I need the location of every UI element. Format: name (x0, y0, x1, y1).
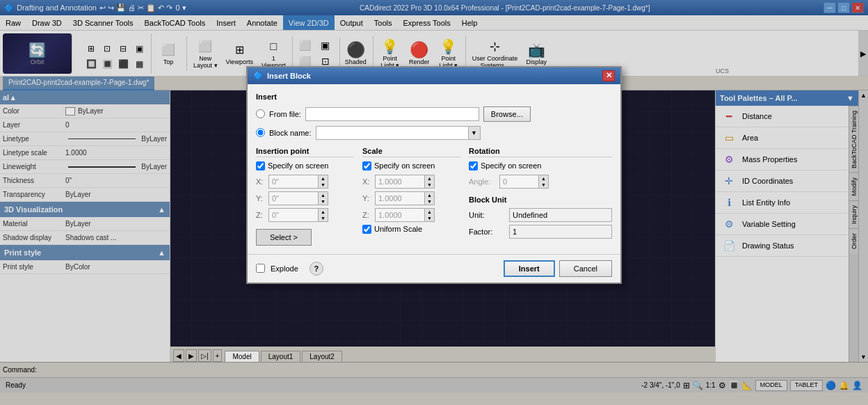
insertion-specify-label: Specify on screen (268, 161, 328, 170)
insert-section: Insert From file: Browse... Block name: … (256, 93, 612, 140)
scale-x-input[interactable] (376, 175, 424, 188)
scale-y-down[interactable]: ▼ (424, 198, 434, 205)
rotation-angle-row: Angle: ▲ ▼ (469, 175, 612, 189)
block-name-row: Block name: ▼ (256, 126, 612, 140)
rotation-angle-spinner: ▲ ▼ (538, 175, 548, 188)
scale-x-label: X: (362, 177, 372, 186)
scale-z-row: Z: ▲ ▼ (362, 208, 460, 222)
factor-value-input[interactable]: 1 (509, 225, 612, 239)
factor-row: Factor: 1 (469, 225, 612, 239)
insertion-z-input[interactable] (269, 209, 318, 221)
insertion-x-spinner: ▲ ▼ (318, 175, 328, 188)
insertion-z-down[interactable]: ▼ (318, 215, 328, 221)
block-name-input[interactable] (316, 126, 469, 140)
insertion-y-input[interactable] (269, 192, 318, 205)
insertion-z-wrap: ▲ ▼ (268, 208, 328, 222)
cancel-button[interactable]: Cancel (559, 260, 612, 277)
insertion-y-up[interactable]: ▲ (318, 192, 328, 198)
insertion-y-label: Y: (256, 194, 266, 202)
help-btn-wrap: ? (310, 262, 323, 276)
rotation-specify-row: Specify on screen (469, 161, 612, 170)
dialog-close-button[interactable]: ✕ (602, 70, 615, 81)
rotation-angle-label: Angle: (469, 177, 497, 186)
uniform-scale-checkbox[interactable] (362, 225, 371, 234)
insertion-point-section: Insertion point Specify on screen X: ▲ ▼ (256, 147, 354, 246)
rotation-angle-wrap: ▲ ▼ (499, 175, 549, 189)
block-unit-title: Block Unit (469, 196, 612, 204)
insertion-x-down[interactable]: ▼ (318, 182, 328, 188)
insert-button[interactable]: Insert (504, 260, 555, 277)
scale-specify-checkbox[interactable] (362, 161, 371, 170)
scale-y-input[interactable] (376, 192, 424, 205)
insertion-y-spinner: ▲ ▼ (318, 192, 328, 205)
uniform-scale-row: Uniform Scale (362, 225, 460, 234)
dialog-footer-right: Insert Cancel (329, 260, 612, 277)
scale-y-label: Y: (362, 194, 372, 202)
scale-z-spinner: ▲ ▼ (424, 209, 434, 221)
explode-checkbox[interactable] (256, 264, 265, 273)
unit-value-input[interactable]: Undefined (509, 208, 612, 222)
insertion-z-spinner: ▲ ▼ (318, 209, 328, 221)
dialog-footer: Explode ? Insert Cancel (248, 254, 620, 283)
insertion-y-row: Y: ▲ ▼ (256, 191, 354, 205)
block-name-dropdown-btn[interactable]: ▼ (468, 126, 481, 140)
from-file-radio[interactable] (256, 109, 265, 118)
scale-y-wrap: ▲ ▼ (375, 191, 435, 205)
scale-x-down[interactable]: ▼ (424, 182, 434, 188)
scale-z-up[interactable]: ▲ (424, 209, 434, 215)
unit-row: Unit: Undefined (469, 208, 612, 222)
insertion-point-title: Insertion point (256, 147, 354, 157)
scale-y-up[interactable]: ▲ (424, 192, 434, 198)
scale-section: Scale Specify on screen X: ▲ ▼ (362, 147, 460, 246)
from-file-row: From file: Browse... (256, 106, 612, 122)
uniform-scale-label: Uniform Scale (374, 225, 422, 233)
scale-x-spinner: ▲ ▼ (424, 175, 434, 188)
block-name-label: Block name: (269, 129, 312, 137)
scale-x-wrap: ▲ ▼ (375, 175, 435, 189)
scale-z-label: Z: (362, 211, 372, 219)
insertion-z-row: Z: ▲ ▼ (256, 208, 354, 222)
dialog-title-left: 🔷 Insert Block (253, 71, 311, 80)
modal-overlay: 🔷 Insert Block ✕ Insert From file: Brows… (0, 0, 868, 405)
insertion-specify-checkbox[interactable] (256, 161, 265, 170)
block-name-select-wrap: ▼ (316, 126, 612, 140)
insertion-z-label: Z: (256, 211, 266, 219)
scale-specify-row: Specify on screen (362, 161, 460, 170)
from-file-input[interactable] (305, 107, 479, 121)
browse-button[interactable]: Browse... (483, 106, 531, 122)
rotation-specify-checkbox[interactable] (469, 161, 478, 170)
help-button[interactable]: ? (310, 262, 323, 276)
factor-label: Factor: (469, 228, 504, 236)
block-unit-section: Block Unit Unit: Undefined Factor: 1 (469, 196, 612, 239)
rotation-title: Rotation (469, 147, 612, 157)
unit-label: Unit: (469, 211, 504, 219)
rotation-angle-input[interactable] (500, 175, 538, 188)
insertion-x-input[interactable] (269, 175, 318, 188)
insertion-x-wrap: ▲ ▼ (268, 175, 328, 189)
rotation-angle-up[interactable]: ▲ (538, 175, 548, 182)
rotation-specify-label: Specify on screen (481, 161, 541, 170)
insertion-x-label: X: (256, 177, 266, 186)
select-button[interactable]: Select > (256, 229, 312, 246)
insertion-specify-row: Specify on screen (256, 161, 354, 170)
insertion-y-down[interactable]: ▼ (318, 198, 328, 205)
scale-x-up[interactable]: ▲ (424, 175, 434, 182)
scale-title: Scale (362, 147, 460, 157)
insertion-y-wrap: ▲ ▼ (268, 191, 328, 205)
insert-section-label: Insert (256, 93, 612, 101)
dialog-body: Insert From file: Browse... Block name: … (248, 84, 620, 254)
three-columns: Insertion point Specify on screen X: ▲ ▼ (256, 147, 612, 246)
scale-specify-label: Specify on screen (374, 161, 435, 170)
scale-x-row: X: ▲ ▼ (362, 175, 460, 189)
scale-z-wrap: ▲ ▼ (375, 208, 435, 222)
rotation-angle-down[interactable]: ▼ (538, 182, 548, 188)
block-name-radio[interactable] (256, 128, 265, 137)
insertion-x-up[interactable]: ▲ (318, 175, 328, 182)
dialog-icon: 🔷 (253, 71, 263, 80)
insertion-z-up[interactable]: ▲ (318, 209, 328, 215)
scale-z-input[interactable] (376, 209, 424, 221)
dialog-title-bar: 🔷 Insert Block ✕ (248, 68, 620, 84)
scale-z-down[interactable]: ▼ (424, 215, 434, 221)
explode-label: Explode (271, 264, 298, 273)
scale-y-row: Y: ▲ ▼ (362, 191, 460, 205)
